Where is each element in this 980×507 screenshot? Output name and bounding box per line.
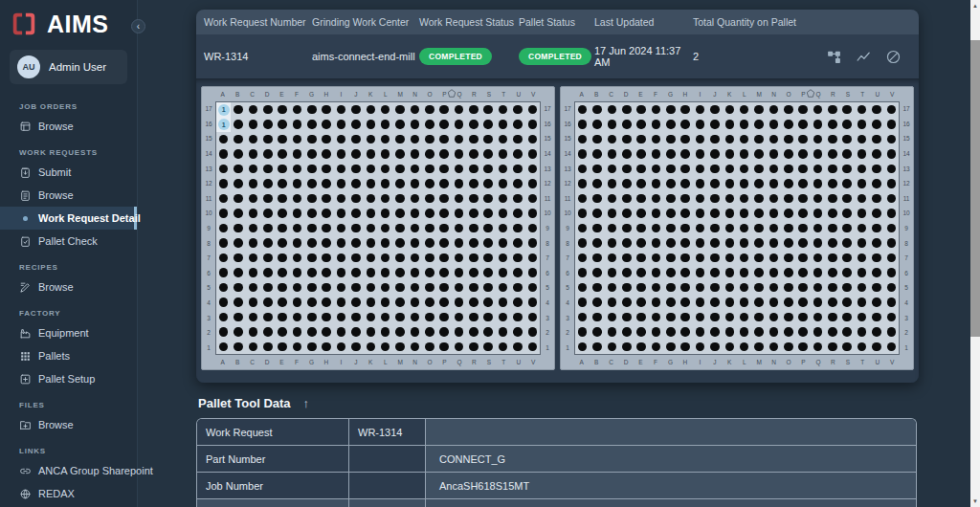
- pallet-cell-U15[interactable]: [510, 132, 524, 146]
- pallet-cell-E12[interactable]: [634, 176, 648, 190]
- pallet-cell-P17[interactable]: [436, 102, 451, 117]
- pallet-cell-B11[interactable]: [231, 191, 245, 206]
- sidebar-item-factory-pallets[interactable]: Pallets: [0, 344, 137, 367]
- pallet-cell-J16[interactable]: [348, 117, 363, 131]
- pallet-cell-Q12[interactable]: [452, 176, 466, 190]
- pallet-cell-V6[interactable]: [525, 265, 540, 279]
- pallet-cell-L1[interactable]: [378, 340, 392, 354]
- pallet-cell-M17[interactable]: [392, 102, 407, 117]
- pallet-cell-L16[interactable]: [378, 117, 392, 131]
- pallet-cell-I6[interactable]: [693, 265, 707, 279]
- pallet-cell-Q16[interactable]: [452, 117, 466, 131]
- pallet-cell-V1[interactable]: [884, 340, 899, 354]
- pallet-cell-P17[interactable]: [795, 102, 810, 117]
- pallet-cell-A6[interactable]: [216, 265, 231, 279]
- user-card[interactable]: AU Admin User: [10, 50, 127, 84]
- sidebar-item-links-redax[interactable]: REDAX: [0, 482, 137, 505]
- pallet-cell-V17[interactable]: [884, 102, 899, 117]
- pallet-cell-Q9[interactable]: [452, 221, 466, 235]
- pallet-cell-D16[interactable]: [260, 117, 275, 131]
- pallet-cell-G6[interactable]: [304, 265, 319, 279]
- pallet-cell-S10[interactable]: [481, 206, 496, 220]
- pallet-cell-D7[interactable]: [260, 251, 275, 265]
- pallet-cell-J1[interactable]: [707, 340, 722, 354]
- pallet-cell-E7[interactable]: [275, 251, 289, 265]
- pallet-cell-D12[interactable]: [619, 176, 634, 190]
- pallet-cell-T14[interactable]: [855, 146, 869, 161]
- pallet-cell-A17-tool[interactable]: 1: [216, 102, 231, 117]
- pallet-cell-L10[interactable]: [378, 206, 392, 220]
- pallet-cell-S2[interactable]: [481, 324, 496, 339]
- pallet-cell-R8[interactable]: [825, 235, 839, 250]
- pallet-cell-T4[interactable]: [496, 295, 510, 309]
- pallet-cell-Q13[interactable]: [452, 162, 466, 176]
- pallet-cell-A5[interactable]: [575, 280, 590, 295]
- pallet-cell-Q2[interactable]: [811, 324, 825, 339]
- pallet-cell-Q14[interactable]: [811, 146, 825, 161]
- pallet-cell-C7[interactable]: [605, 251, 619, 265]
- pallet-cell-J15[interactable]: [348, 132, 363, 146]
- pallet-cell-V8[interactable]: [884, 235, 899, 250]
- pallet-cell-S2[interactable]: [840, 324, 855, 339]
- pallet-cell-I2[interactable]: [693, 324, 707, 339]
- pallet-cell-P15[interactable]: [436, 132, 451, 146]
- pallet-cell-O17[interactable]: [422, 102, 436, 117]
- pallet-cell-P16[interactable]: [795, 117, 810, 131]
- pallet-cell-P9[interactable]: [795, 221, 810, 235]
- pallet-cell-O14[interactable]: [422, 146, 436, 161]
- pallet-cell-M14[interactable]: [751, 146, 766, 161]
- pallet-cell-T2[interactable]: [496, 324, 510, 339]
- pallet-cell-P4[interactable]: [436, 295, 451, 309]
- pallet-cell-C5[interactable]: [605, 280, 619, 295]
- pallet-cell-A4[interactable]: [216, 295, 231, 309]
- pallet-cell-U5[interactable]: [510, 280, 524, 295]
- pallet-cell-O6[interactable]: [781, 265, 795, 279]
- pallet-cell-B13[interactable]: [590, 162, 604, 176]
- pallet-cell-N17[interactable]: [767, 102, 781, 117]
- pallet-cell-E11[interactable]: [634, 191, 648, 206]
- pallet-cell-G16[interactable]: [304, 117, 319, 131]
- pallet-cell-D4[interactable]: [619, 295, 634, 309]
- pallet-cell-A14[interactable]: [575, 146, 590, 161]
- pallet-cell-I7[interactable]: [693, 251, 707, 265]
- pallet-cell-S4[interactable]: [481, 295, 496, 309]
- pallet-cell-R13[interactable]: [825, 162, 839, 176]
- pallet-cell-F12[interactable]: [290, 176, 304, 190]
- pallet-cell-L12[interactable]: [378, 176, 392, 190]
- pallet-cell-Q2[interactable]: [452, 324, 466, 339]
- pallet-cell-R17[interactable]: [825, 102, 839, 117]
- pallet-cell-S7[interactable]: [840, 251, 855, 265]
- pallet-cell-D6[interactable]: [260, 265, 275, 279]
- pallet-cell-U3[interactable]: [869, 310, 883, 324]
- pallet-cell-U9[interactable]: [510, 221, 524, 235]
- pallet-cell-V2[interactable]: [525, 324, 540, 339]
- pallet-cell-K8[interactable]: [723, 235, 737, 250]
- pallet-cell-M12[interactable]: [392, 176, 407, 190]
- pallet-cell-P11[interactable]: [795, 191, 810, 206]
- pallet-cell-E5[interactable]: [634, 280, 648, 295]
- pallet-cell-N8[interactable]: [767, 235, 781, 250]
- pallet-cell-H5[interactable]: [679, 280, 693, 295]
- pallet-cell-B15[interactable]: [590, 132, 604, 146]
- pallet-cell-G4[interactable]: [304, 295, 319, 309]
- pallet-cell-H16[interactable]: [679, 117, 693, 131]
- pallet-cell-A10[interactable]: [575, 206, 590, 220]
- pallet-cell-C14[interactable]: [246, 146, 260, 161]
- pallet-cell-P5[interactable]: [795, 280, 810, 295]
- pallet-cell-V9[interactable]: [884, 221, 899, 235]
- pallet-cell-A12[interactable]: [575, 176, 590, 190]
- sidebar-item-factory-equipment[interactable]: Equipment: [0, 321, 137, 344]
- pallet-cell-U1[interactable]: [869, 340, 883, 354]
- pallet-cell-J12[interactable]: [348, 176, 363, 190]
- pallet-cell-Q15[interactable]: [452, 132, 466, 146]
- pallet-cell-N7[interactable]: [767, 251, 781, 265]
- pallet-cell-E16[interactable]: [634, 117, 648, 131]
- pallet-cell-N10[interactable]: [408, 206, 422, 220]
- pallet-cell-K15[interactable]: [364, 132, 378, 146]
- pallet-cell-A11[interactable]: [216, 191, 231, 206]
- pallet-cell-U16[interactable]: [869, 117, 883, 131]
- pallet-cell-K6[interactable]: [364, 265, 378, 279]
- pallet-cell-B2[interactable]: [231, 324, 245, 339]
- pallet-cell-C12[interactable]: [605, 176, 619, 190]
- pallet-cell-T15[interactable]: [855, 132, 869, 146]
